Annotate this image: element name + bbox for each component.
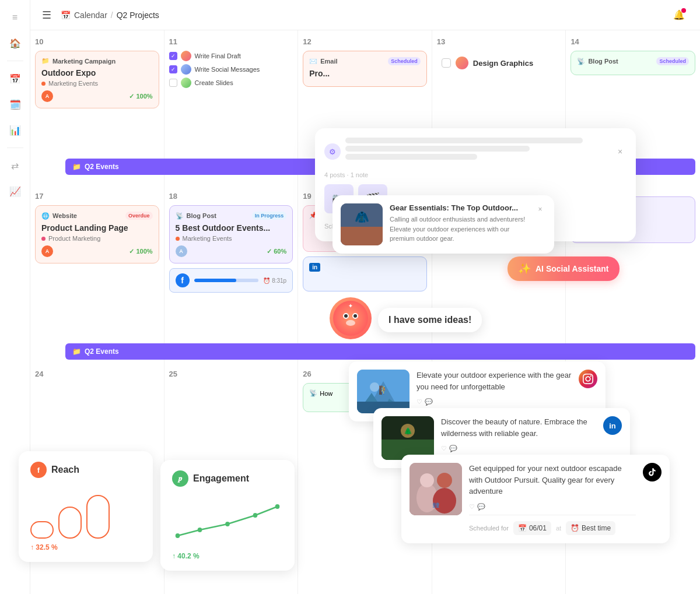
ai-assistant-pill[interactable]: ✨ AI Social Assistant — [508, 256, 620, 281]
breadcrumb: 📅 Calendar / Q2 Projects — [61, 10, 159, 20]
tiktok-schedule: Scheduled for 📅 06/01 at ⏰ Best time — [469, 515, 636, 535]
checkbox-3[interactable] — [169, 79, 177, 87]
svg-point-28 — [225, 522, 230, 526]
email-card[interactable]: ✉️ Email Scheduled Pro... — [303, 51, 427, 87]
blog-post-col18-card[interactable]: 📡 Blog Post In Progress 5 Best Outdoor E… — [169, 205, 293, 263]
website-icon: 🌐 — [41, 212, 50, 220]
ai-assistant-area: ✨ AI Social Assistant — [508, 256, 620, 281]
q2-events-icon-2: 📁 — [72, 347, 81, 356]
gear-article-text: Gear Essentials: The Top Outdoor... Call… — [390, 203, 527, 244]
instagram-card-image: 🧗 — [357, 370, 410, 413]
website-footer: A ✓ 100% — [41, 245, 153, 257]
website-card[interactable]: 🌐 Website Overdue Product Landing Page P… — [35, 205, 159, 263]
reach-percent: ↑ 32.5 % — [30, 543, 141, 551]
check-item-2[interactable]: Write Social Messages — [169, 64, 293, 75]
sidebar-table-icon[interactable]: 📊 — [5, 119, 26, 140]
reach-widget-title: Reach — [51, 465, 79, 475]
sidebar-menu-icon[interactable]: ≡ — [5, 7, 26, 28]
linkedin-card-actions: ♡ 💬 — [441, 444, 596, 454]
day-col-17: 17 🌐 Website Overdue Product Landing Pag… — [30, 185, 164, 360]
check-item-1[interactable]: Write Final Draft — [169, 51, 293, 61]
email-label: Email — [320, 58, 337, 65]
gear-article-close[interactable]: × — [534, 203, 546, 215]
marketing-campaign-card[interactable]: 📁 Marketing Campaign Outdoor Expo Market… — [35, 51, 159, 108]
q2-events-icon: 📁 — [72, 163, 81, 171]
reach-bar-2 — [58, 507, 82, 539]
check-item-label-1: Write Final Draft — [195, 52, 241, 59]
checkbox-1[interactable] — [169, 52, 177, 60]
sidebar-analytics-icon[interactable]: 📈 — [5, 181, 26, 202]
linkedin-card[interactable]: in — [303, 256, 427, 291]
day-number-12: 12 — [303, 37, 427, 46]
like-icon-3: ♡ — [469, 502, 475, 512]
linkedin-card-image: 🌲 — [382, 416, 434, 460]
tiktok-card-image: 👥 — [410, 463, 462, 515]
composer-text-placeholder — [345, 138, 609, 160]
like-icon: ♡ — [416, 397, 422, 407]
ai-assistant-label: AI Social Assistant — [536, 264, 609, 273]
like-icon-2: ♡ — [441, 444, 447, 454]
category-dot — [41, 82, 46, 86]
linkedin-card-text: Discover the beauty of nature. Embrace t… — [441, 416, 596, 454]
website-label: Website — [52, 212, 77, 219]
blog-post-label: Blog Post — [588, 58, 618, 65]
fb-scheduled-card[interactable]: f ⏰ 8:31p — [169, 268, 293, 293]
gear-article-desc: Calling all outdoor enthusiasts and adve… — [390, 215, 527, 244]
sidebar-schedule-icon[interactable]: 🗓️ — [5, 94, 26, 115]
reach-bar-1 — [30, 521, 54, 539]
website-title: Product Landing Page — [41, 223, 153, 233]
breadcrumb-parent[interactable]: Calendar — [74, 10, 107, 20]
blog-category: Marketing Events — [183, 235, 232, 242]
user-avatar-1 — [181, 51, 191, 61]
fb-time: ⏰ 8:31p — [263, 277, 286, 284]
svg-point-27 — [198, 528, 202, 532]
tiktok-time: Best time — [582, 523, 611, 533]
svg-point-23 — [433, 488, 456, 514]
check-item-label-3: Create Slides — [195, 79, 233, 86]
website-meta: Product Marketing — [41, 235, 153, 242]
tiktok-date: 06/01 — [529, 523, 547, 533]
engagement-widget-header: 𝒑 Engagement — [172, 470, 283, 487]
linkedin-text-content: Discover the beauty of nature. Embrace t… — [441, 416, 596, 439]
sidebar-divider-2 — [7, 147, 23, 148]
notification-icon[interactable]: 🔔 — [670, 6, 688, 24]
svg-point-8 — [346, 320, 355, 326]
engagement-widget-title: Engagement — [193, 473, 249, 484]
svg-point-29 — [253, 513, 258, 518]
check-items-list: Write Final Draft Write Social Messages … — [169, 51, 293, 88]
email-icon: ✉️ — [309, 58, 317, 65]
tiktok-schedule-time[interactable]: ⏰ Best time — [566, 521, 615, 535]
sidebar-calendar-icon[interactable]: 📅 — [5, 68, 26, 89]
composer-header: ⚙ × — [324, 138, 626, 166]
check-item-label-2: Write Social Messages — [195, 66, 260, 73]
reach-bar-3 — [86, 495, 110, 539]
svg-point-24 — [437, 473, 452, 488]
composer-icon: ⚙ — [324, 143, 341, 160]
svg-text:🌲: 🌲 — [404, 427, 412, 435]
card-folder-icon: 📁 — [41, 57, 50, 65]
tiktok-suggestion-card[interactable]: 👥 Get equipped for your next outdoor esc… — [401, 455, 670, 543]
blog-stub-icon: 📡 — [309, 389, 317, 397]
wand-icon: ✨ — [518, 262, 531, 275]
svg-point-6 — [344, 314, 348, 318]
comment-icon-2: 💬 — [449, 444, 457, 454]
instagram-card-text: Elevate your outdoor experience with the… — [416, 370, 572, 407]
check-item-3[interactable]: Create Slides — [169, 78, 293, 88]
tiktok-card-text: Get equipped for your next outdoor escap… — [469, 463, 636, 535]
blog-icon: 📡 — [176, 212, 184, 220]
sidebar-shuffle-icon[interactable]: ⇄ — [5, 155, 26, 176]
tiktok-schedule-date[interactable]: 📅 06/01 — [513, 521, 551, 535]
composer-close-button[interactable]: × — [614, 145, 626, 158]
gear-article-title: Gear Essentials: The Top Outdoor... — [390, 203, 527, 212]
design-graphics-card[interactable]: Design Graphics — [437, 51, 561, 75]
design-graphics-checkbox[interactable] — [442, 58, 451, 68]
blog-title: 5 Best Outdoor Events... — [176, 223, 287, 233]
checkbox-2[interactable] — [169, 65, 177, 73]
sidebar-home-icon[interactable]: 🏠 — [5, 33, 26, 54]
day-number-18: 18 — [169, 192, 293, 201]
svg-text:🧥: 🧥 — [355, 210, 369, 224]
menu-icon[interactable]: ☰ — [42, 9, 51, 22]
blog-post-col14-card[interactable]: 📡 Blog Post Scheduled — [570, 51, 695, 75]
fb-bar-fill — [194, 279, 236, 282]
card-footer: A ✓ 100% — [41, 90, 153, 102]
